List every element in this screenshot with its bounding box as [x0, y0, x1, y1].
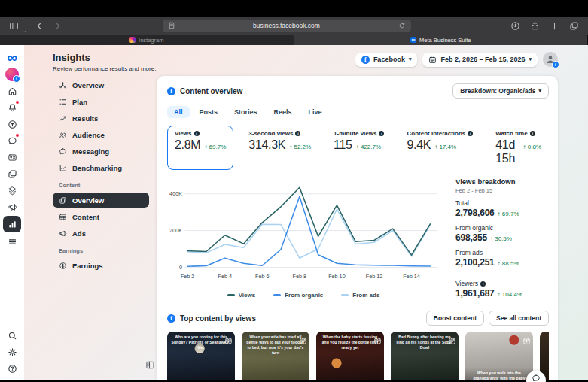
url-bar[interactable]: business.facebook.com	[163, 20, 411, 32]
facebook-badge-icon: f	[13, 75, 20, 83]
ads-manager-icon[interactable]	[4, 183, 20, 198]
metric-label: 1-minute views	[334, 130, 376, 137]
svg-text:Feb 10: Feb 10	[328, 273, 345, 280]
download-icon[interactable]	[510, 21, 520, 31]
metric-change: ↑ 69.7%	[204, 144, 226, 150]
promotions-icon[interactable]	[4, 199, 20, 214]
metric-card-1-minute-views[interactable]: 1-minute viewsi115↑ 422.7%	[326, 126, 391, 170]
date-range-selector[interactable]: Feb 2, 2026 – Feb 15, 2026 ▾	[422, 53, 538, 67]
sidebar-item-results[interactable]: Results	[53, 111, 149, 126]
earnings-icon	[59, 262, 67, 270]
new-tab-icon[interactable]	[550, 21, 559, 31]
breakdown-dropdown[interactable]: Breakdown: Organic/ads ▾	[452, 83, 549, 99]
legend-swatch	[227, 294, 235, 296]
tab-stories[interactable]: Stories	[227, 106, 264, 118]
sidebar-item-content[interactable]: Content	[53, 209, 149, 224]
metric-change: ↑ 17.4%	[434, 144, 456, 150]
breakdown-value-row: 2,798,606↑ 69.7%	[455, 208, 549, 218]
meta-business-suite-app: ∞f Insights Review performance results a…	[0, 45, 588, 380]
sidebar-item-overview[interactable]: Overview	[53, 77, 149, 92]
chevron-down-icon: ▾	[538, 88, 541, 94]
views-chart[interactable]: 0200K400KFeb 2Feb 4Feb 6Feb 8Feb 10Feb 1…	[167, 177, 440, 305]
back-icon[interactable]	[35, 21, 44, 31]
tab-posts[interactable]: Posts	[193, 106, 225, 118]
metric-card-watch-time[interactable]: Watch timei41d 15h↑ 0.8%	[488, 126, 549, 170]
boost-content-button[interactable]: Boost content	[426, 311, 484, 326]
info-icon[interactable]: i	[530, 131, 535, 136]
page-header: Insights Review performance results and …	[24, 45, 588, 76]
views-breakdown-subtitle: Feb 2 - Feb 15	[455, 187, 549, 194]
breakdown-dropdown-label: Breakdown: Organic/ads	[460, 87, 535, 95]
svg-text:Feb 8: Feb 8	[293, 273, 306, 280]
metric-value-row: 2.8M↑ 69.7%	[175, 138, 226, 152]
help-icon[interactable]	[4, 361, 20, 376]
sidebar-item-earnings[interactable]: Earnings	[53, 258, 149, 273]
browser-tab-meta-business-suite[interactable]: ∞Meta Business Suite	[294, 35, 588, 45]
business-avatar[interactable]: f	[4, 67, 20, 82]
content-overview-icon	[59, 196, 67, 205]
sidebar-item-audience[interactable]: Audience	[53, 127, 149, 142]
svg-text:400K: 400K	[169, 190, 182, 197]
see-all-content-button[interactable]: See all content	[489, 311, 549, 326]
collapse-sidebar-button[interactable]	[145, 359, 155, 369]
content-card-icon[interactable]	[4, 150, 20, 165]
inbox-icon[interactable]	[4, 133, 20, 148]
all-tools-icon[interactable]	[4, 234, 20, 249]
insights-icon[interactable]	[3, 216, 21, 232]
breakdown-label-row: From organic	[455, 224, 549, 232]
info-icon[interactable]: i	[468, 131, 473, 136]
facebook-icon: f	[167, 314, 175, 323]
sidebar-toggle-icon[interactable]	[9, 21, 19, 31]
meta-logo[interactable]: ∞	[4, 50, 20, 65]
metric-card-views[interactable]: Viewsi2.8M↑ 69.7%	[167, 126, 233, 170]
page-subtitle: Review performance results and more.	[53, 65, 156, 72]
browser-tab-instagram[interactable]: Instagram	[0, 35, 294, 45]
search-icon[interactable]	[4, 328, 20, 343]
sidebar-item-ads[interactable]: Ads	[53, 226, 149, 241]
page-icon	[168, 22, 175, 29]
metric-card-3-second-views[interactable]: 3-second viewsi314.3K↑ 52.2%	[241, 126, 318, 170]
sidebar-item-plan[interactable]: Plan	[53, 94, 149, 109]
legend-swatch	[341, 294, 349, 296]
planner-icon[interactable]	[4, 166, 20, 181]
content-overview-card: f Content overview Breakdown: Organic/ad…	[157, 76, 558, 380]
platform-selector[interactable]: f Facebook ▾	[355, 53, 418, 67]
sidebar-item-overview[interactable]: Overview	[53, 193, 149, 208]
breakdown-value-row: 2,100,251↑ 88.5%	[455, 257, 549, 268]
content-thumbnail[interactable]: When your wife has tried all gentle ways…	[242, 332, 309, 380]
content-thumbnail[interactable]: Who are you rooting for this Sunday? Pat…	[167, 332, 235, 380]
sidebar-item-messaging[interactable]: Messaging	[53, 144, 149, 159]
metric-label: 3-second views	[248, 130, 293, 137]
content-thumbnail[interactable]: Bad Bunny after hearing me sing all his …	[391, 332, 459, 380]
settings-icon[interactable]	[4, 344, 20, 359]
legend-item-from-ads: From ads	[341, 292, 379, 299]
sidebar-item-benchmarking[interactable]: Benchmarking	[53, 160, 149, 175]
reload-icon[interactable]	[398, 22, 406, 29]
content-thumbnail[interactable]: When you walk into the grandparents' wit…	[465, 332, 533, 380]
forward-icon[interactable]	[53, 21, 62, 31]
breakdown-label: Total	[455, 199, 469, 207]
tab-overview-icon[interactable]	[569, 21, 579, 31]
info-icon[interactable]: i	[295, 131, 300, 136]
metric-value: 314.3K	[248, 138, 285, 152]
svg-text:Feb 2: Feb 2	[181, 273, 194, 280]
metric-change: ↑ 422.7%	[356, 144, 381, 150]
notifications-icon[interactable]	[4, 100, 20, 115]
sidebar-item-label: Plan	[72, 98, 87, 106]
info-icon[interactable]: i	[194, 131, 200, 136]
tab-reels[interactable]: Reels	[267, 106, 299, 118]
info-icon[interactable]: i	[480, 281, 486, 286]
home-icon[interactable]	[4, 83, 20, 99]
account-avatar[interactable]: f	[543, 52, 558, 67]
share-icon[interactable]	[530, 21, 540, 31]
boosts-icon[interactable]	[4, 117, 20, 132]
content-thumbnail[interactable]: When the baby starts fussing and you rea…	[316, 332, 384, 380]
breakdown-value: 698,355	[455, 232, 487, 243]
metric-label-row: Watch timei	[495, 130, 541, 137]
tab-live[interactable]: Live	[302, 106, 329, 118]
tab-all[interactable]: All	[167, 106, 190, 118]
url-text: business.facebook.com	[253, 22, 320, 29]
metric-card-content-interactions[interactable]: Content interactionsi9.4K↑ 17.4%	[399, 126, 480, 170]
toolbar-chevron-down-icon[interactable]	[22, 23, 26, 28]
info-icon[interactable]: i	[379, 131, 384, 136]
